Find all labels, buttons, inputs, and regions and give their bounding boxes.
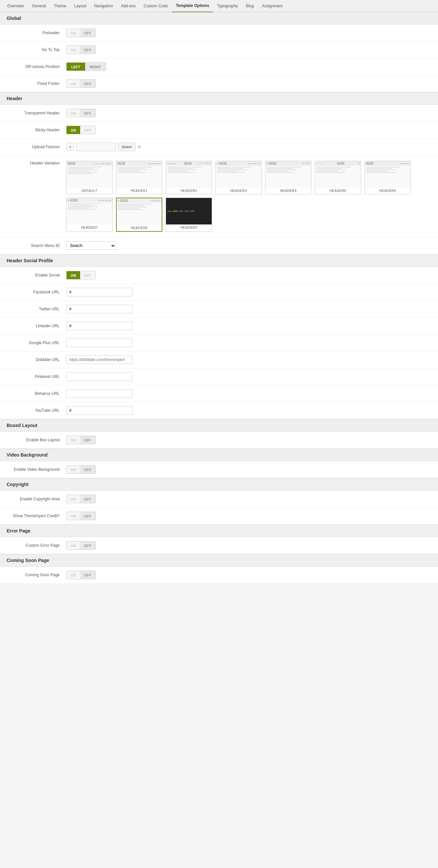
pinterest-url-input[interactable]	[66, 372, 133, 381]
variation-header3-thumb: LOGO	[216, 161, 261, 188]
enable-box-layout-label: Enable Box Layout	[7, 438, 66, 442]
transparent-header-row: Transparent Header ON OFF	[0, 105, 438, 122]
global-section-header: Global	[0, 12, 438, 25]
enable-video-bg-label: Enable Video Background	[7, 467, 66, 472]
coming-soon-toggle[interactable]: ON OFF	[66, 570, 96, 579]
enable-video-bg-off-btn[interactable]: OFF	[80, 465, 95, 473]
preloader-toggle[interactable]: ON OFF	[66, 29, 96, 37]
coming-soon-off-btn[interactable]: OFF	[80, 571, 95, 579]
custom-error-page-toggle[interactable]: ON OFF	[66, 541, 96, 550]
transparent-header-off-btn[interactable]: OFF	[80, 109, 95, 117]
goto-top-on-btn[interactable]: ON	[67, 46, 80, 54]
variation-header7[interactable]: LOGO	[66, 197, 113, 232]
show-credit-toggle[interactable]: ON OFF	[66, 512, 96, 520]
custom-error-page-label: Custom Error Page	[7, 543, 66, 548]
enable-video-bg-control: ON OFF	[66, 465, 431, 474]
coming-soon-on-btn[interactable]: ON	[67, 571, 80, 579]
goto-top-label: Go To Top	[7, 48, 66, 52]
variation-header9[interactable]: HEADER9	[166, 197, 212, 232]
show-credit-row: Show ThemeXpert Credit? ON OFF	[0, 507, 438, 525]
sticky-header-row: Sticky Header ON OFF	[0, 122, 438, 138]
variation-header8[interactable]: LOGO	[116, 197, 162, 232]
header-variation-control: LOGO	[66, 161, 431, 232]
sticky-header-on-btn[interactable]: ON	[67, 126, 80, 134]
nav-typography[interactable]: Typography	[213, 0, 242, 12]
facebook-url-row: Facebook URL	[0, 284, 438, 301]
facebook-url-input[interactable]	[66, 288, 133, 297]
enable-social-on-btn[interactable]: ON	[67, 271, 80, 279]
video-bg-section-header: Video Background	[0, 448, 438, 461]
googleplus-url-input[interactable]	[66, 339, 133, 347]
dribbble-url-input[interactable]	[66, 355, 133, 364]
fixed-footer-on-btn[interactable]: ON	[67, 80, 80, 88]
copyright-section-header: Copyright	[0, 478, 438, 491]
custom-error-page-on-btn[interactable]: ON	[67, 541, 80, 549]
nav-custom-code[interactable]: Custom Code	[140, 0, 172, 12]
search-menu-select[interactable]: Search	[66, 241, 116, 250]
offcanvas-left-btn[interactable]: LEFT	[67, 63, 85, 71]
transparent-header-toggle[interactable]: ON OFF	[66, 109, 96, 117]
variation-header5[interactable]: LOGO HEADER5	[315, 161, 361, 194]
offcanvas-position-toggle[interactable]: LEFT RIGHT	[66, 62, 106, 71]
variation-header7-thumb: LOGO	[67, 198, 112, 224]
variation-header2[interactable]: LOGO	[166, 161, 212, 194]
enable-box-layout-on-btn[interactable]: ON	[67, 436, 80, 444]
nav-overview[interactable]: Overview	[3, 0, 28, 12]
enable-box-layout-off-btn[interactable]: OFF	[80, 436, 95, 444]
sticky-header-off-btn[interactable]: OFF	[80, 126, 95, 134]
nav-layout[interactable]: Layout	[70, 0, 90, 12]
youtube-url-label: YouTube URL	[7, 408, 66, 413]
nav-addons[interactable]: Add-ons	[117, 0, 140, 12]
fixed-footer-toggle[interactable]: ON OFF	[66, 79, 96, 88]
goto-top-off-btn[interactable]: OFF	[80, 46, 95, 54]
nav-navigation[interactable]: Navigation	[90, 0, 117, 12]
show-credit-on-btn[interactable]: ON	[67, 512, 80, 520]
sticky-header-toggle[interactable]: ON OFF	[66, 126, 96, 134]
variation-grid: LOGO	[66, 161, 431, 232]
enable-box-layout-toggle[interactable]: ON OFF	[66, 436, 96, 444]
nav-template-options[interactable]: Template Options	[172, 0, 213, 12]
offcanvas-label: Off-canvas Position	[7, 64, 66, 69]
favicon-close-button[interactable]: ✕	[137, 145, 141, 149]
offcanvas-right-btn[interactable]: RIGHT	[85, 63, 106, 71]
preloader-off-btn[interactable]: OFF	[80, 29, 95, 37]
nav-blog[interactable]: Blog	[242, 0, 258, 12]
youtube-url-input[interactable]	[66, 406, 133, 415]
fixed-footer-off-btn[interactable]: OFF	[80, 80, 95, 88]
show-credit-off-btn[interactable]: OFF	[80, 512, 95, 520]
custom-error-page-off-btn[interactable]: OFF	[80, 541, 95, 549]
favicon-text-input[interactable]	[76, 143, 116, 151]
transparent-header-on-btn[interactable]: ON	[67, 109, 80, 117]
variation-default-label: DEFAULT	[67, 188, 112, 194]
enable-copyright-toggle[interactable]: ON OFF	[66, 495, 96, 503]
variation-header1[interactable]: LOGO	[116, 161, 162, 194]
variation-header4[interactable]: LOGO	[265, 161, 311, 194]
enable-copyright-on-btn[interactable]: ON	[67, 495, 80, 503]
preloader-label: Preloader	[7, 31, 66, 35]
enable-social-toggle[interactable]: ON OFF	[66, 271, 96, 279]
enable-copyright-off-btn[interactable]: OFF	[80, 495, 95, 503]
preloader-on-btn[interactable]: ON	[67, 29, 80, 37]
variation-header6[interactable]: LOGO	[365, 161, 411, 194]
nav-assignment[interactable]: Assignment	[258, 0, 287, 12]
upload-favicon-control: 👁 Select ✕	[66, 143, 431, 151]
twitter-url-input[interactable]	[66, 305, 133, 313]
facebook-url-label: Facebook URL	[7, 290, 66, 294]
enable-video-bg-on-btn[interactable]: ON	[67, 465, 80, 473]
goto-top-row: Go To Top ON OFF	[0, 41, 438, 58]
enable-social-off-btn[interactable]: OFF	[80, 271, 95, 279]
linkedin-url-control	[66, 321, 431, 330]
variation-header3[interactable]: LOGO	[215, 161, 262, 194]
enable-copyright-control: ON OFF	[66, 495, 431, 503]
nav-general[interactable]: General	[28, 0, 50, 12]
show-credit-control: ON OFF	[66, 512, 431, 520]
favicon-select-button[interactable]: Select	[118, 143, 136, 151]
googleplus-url-row: Google Plus URL	[0, 335, 438, 351]
variation-default[interactable]: LOGO	[66, 161, 113, 194]
goto-top-toggle[interactable]: ON OFF	[66, 45, 96, 54]
enable-video-bg-toggle[interactable]: ON OFF	[66, 465, 96, 474]
behance-url-input[interactable]	[66, 389, 133, 398]
search-menu-row: Search Menu ID Search	[0, 238, 438, 254]
nav-theme[interactable]: Theme	[50, 0, 70, 12]
linkedin-url-input[interactable]	[66, 321, 133, 330]
